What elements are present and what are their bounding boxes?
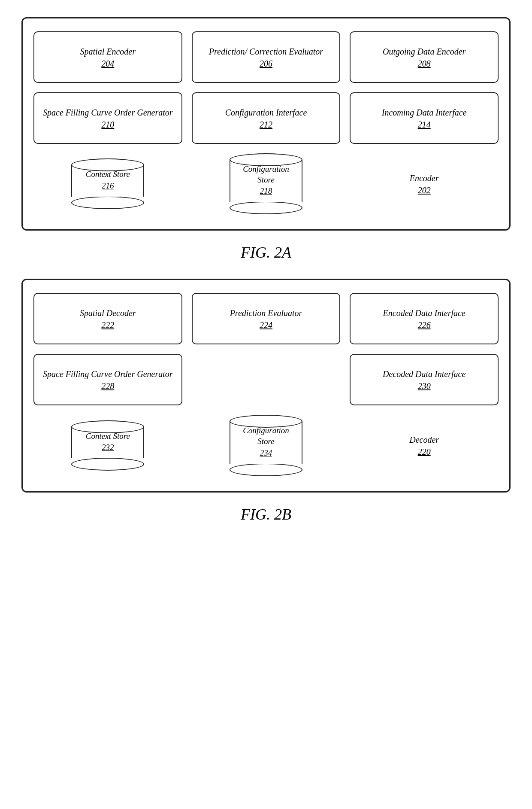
space-filling-curve-228-box: Space Filling Curve Order Generator 228 bbox=[33, 354, 182, 405]
fig2a-title: FIG. 2A bbox=[21, 243, 511, 262]
fig2a-container: Spatial Encoder 204 Prediction/ Correcti… bbox=[21, 17, 511, 231]
configuration-store-218-cell: Configuration Store 218 bbox=[192, 153, 341, 214]
configuration-interface-number: 212 bbox=[260, 120, 272, 130]
spatial-decoder-label: Spatial Decoder bbox=[80, 307, 136, 319]
prediction-evaluator-box: Prediction Evaluator 224 bbox=[192, 293, 341, 344]
space-filling-curve-210-number: 210 bbox=[101, 120, 114, 130]
decoder-220-label: Decoder bbox=[409, 434, 439, 445]
cyl-top-2 bbox=[230, 153, 302, 166]
encoded-data-interface-box: Encoded Data Interface 226 bbox=[350, 293, 499, 344]
context-store-216-cell: Context Store 216 bbox=[33, 153, 182, 214]
spatial-encoder-box: Spatial Encoder 204 bbox=[33, 31, 182, 83]
spatial-decoder-box: Spatial Decoder 222 bbox=[33, 293, 182, 344]
spatial-encoder-number: 204 bbox=[101, 59, 114, 69]
context-store-232-cylinder: Context Store 232 bbox=[71, 420, 144, 471]
prediction-correction-label: Prediction/ Correction Evaluator bbox=[209, 46, 323, 57]
configuration-store-234-cylinder: Configuration Store 234 bbox=[230, 415, 302, 476]
prediction-evaluator-label: Prediction Evaluator bbox=[230, 307, 302, 319]
prediction-correction-number: 206 bbox=[260, 59, 272, 69]
spatial-decoder-number: 222 bbox=[101, 320, 114, 330]
configuration-store-218-cylinder: Configuration Store 218 bbox=[230, 153, 302, 214]
prediction-evaluator-number: 224 bbox=[260, 320, 272, 330]
cyl-bottom-4 bbox=[230, 463, 302, 476]
empty-cell-2b bbox=[192, 354, 341, 405]
configuration-store-218-number: 218 bbox=[234, 186, 298, 196]
decoded-data-interface-label: Decoded Data Interface bbox=[383, 368, 466, 380]
configuration-interface-label: Configuration Interface bbox=[225, 107, 307, 118]
cyl-body-4: Configuration Store 234 bbox=[230, 421, 302, 463]
incoming-data-interface-number: 214 bbox=[418, 120, 431, 130]
fig2b-rows: Spatial Decoder 222 Prediction Evaluator… bbox=[33, 293, 499, 405]
cyl-bottom-3 bbox=[71, 458, 144, 471]
cyl-bottom bbox=[71, 196, 144, 209]
incoming-data-interface-label: Incoming Data Interface bbox=[382, 107, 467, 118]
configuration-store-234-number: 234 bbox=[234, 448, 298, 458]
configuration-interface-box: Configuration Interface 212 bbox=[192, 92, 341, 144]
configuration-store-218-label: Configuration Store bbox=[234, 164, 298, 185]
configuration-store-234-label: Configuration Store bbox=[234, 426, 298, 447]
spatial-encoder-label: Spatial Encoder bbox=[80, 46, 136, 57]
context-store-232-number: 232 bbox=[76, 443, 140, 452]
encoder-202-number: 202 bbox=[418, 186, 431, 195]
configuration-store-234-cell: Configuration Store 234 bbox=[192, 415, 341, 476]
encoded-data-interface-number: 226 bbox=[418, 320, 431, 330]
context-store-232-cell: Context Store 232 bbox=[33, 415, 182, 476]
space-filling-curve-228-label: Space Filling Curve Order Generator bbox=[43, 368, 173, 380]
incoming-data-interface-box: Incoming Data Interface 214 bbox=[350, 92, 499, 144]
cyl-bottom-2 bbox=[230, 201, 302, 214]
encoder-202-label: Encoder bbox=[410, 173, 439, 184]
fig2b-row3: Context Store 232 Configuration Store 23… bbox=[33, 415, 499, 476]
decoded-data-interface-box: Decoded Data Interface 230 bbox=[350, 354, 499, 405]
fig2a-row1: Spatial Encoder 204 Prediction/ Correcti… bbox=[33, 31, 499, 144]
fig2a-row3: Context Store 216 Configuration Store 21… bbox=[33, 153, 499, 214]
decoder-220-plain: Decoder 220 bbox=[350, 415, 499, 476]
cyl-top-3 bbox=[71, 420, 144, 433]
decoded-data-interface-number: 230 bbox=[418, 381, 431, 391]
encoded-data-interface-label: Encoded Data Interface bbox=[383, 307, 466, 319]
context-store-216-number: 216 bbox=[76, 181, 140, 191]
space-filling-curve-228-number: 228 bbox=[101, 381, 114, 391]
decoder-220-number: 220 bbox=[418, 447, 431, 457]
outgoing-data-encoder-number: 208 bbox=[418, 59, 431, 69]
outgoing-data-encoder-box: Outgoing Data Encoder 208 bbox=[350, 31, 499, 83]
prediction-correction-box: Prediction/ Correction Evaluator 206 bbox=[192, 31, 341, 83]
space-filling-curve-210-label: Space Filling Curve Order Generator bbox=[43, 107, 173, 118]
outgoing-data-encoder-label: Outgoing Data Encoder bbox=[383, 46, 466, 57]
fig2b-container: Spatial Decoder 222 Prediction Evaluator… bbox=[21, 279, 511, 492]
fig2b-title: FIG. 2B bbox=[21, 505, 511, 523]
context-store-216-cylinder: Context Store 216 bbox=[71, 158, 144, 209]
space-filling-curve-210-box: Space Filling Curve Order Generator 210 bbox=[33, 92, 182, 144]
encoder-202-plain: Encoder 202 bbox=[350, 153, 499, 214]
